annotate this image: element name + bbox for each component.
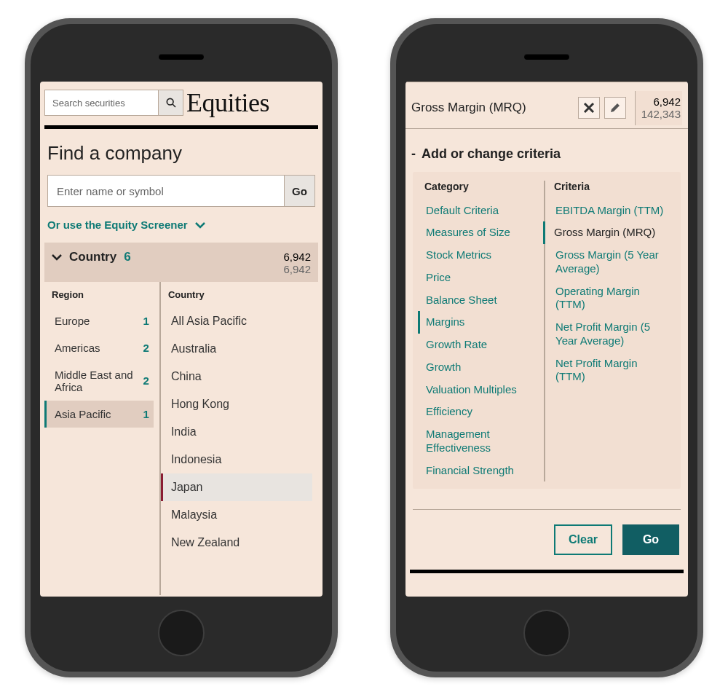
clear-button[interactable]: Clear — [554, 524, 612, 555]
add-change-criteria-header[interactable]: Add or change criteria — [405, 129, 688, 168]
category-item[interactable]: Price — [424, 267, 539, 289]
region-column: Region Europe1Americas2Middle East and A… — [44, 282, 159, 595]
category-item[interactable]: Margins — [418, 311, 539, 334]
footer-buttons: Clear Go — [405, 510, 688, 570]
country-count: 6 — [124, 250, 130, 264]
region-count: 2 — [143, 374, 149, 387]
country-item[interactable]: Malaysia — [167, 501, 312, 529]
screen-left: Search securities Equities Find a compan… — [40, 82, 323, 597]
country-item[interactable]: Australia — [167, 335, 312, 363]
header-rule — [44, 125, 318, 129]
country-item[interactable]: New Zealand — [167, 529, 312, 557]
active-criteria-name: Gross Margin (MRQ) — [411, 101, 526, 115]
footer-rule — [410, 570, 684, 573]
country-heading: Country — [168, 289, 311, 300]
find-company-heading: Find a company — [47, 142, 315, 165]
category-heading: Category — [424, 181, 539, 192]
category-item[interactable]: Growth — [424, 356, 539, 379]
category-item[interactable]: Financial Strength — [424, 460, 539, 482]
region-label: Middle East and Africa — [55, 369, 143, 393]
region-item[interactable]: Europe1 — [50, 307, 154, 334]
country-secondary-value: 6,942 — [283, 263, 311, 275]
country-item[interactable]: All Asia Pacific — [167, 307, 312, 335]
close-icon — [583, 102, 595, 114]
criteria-item[interactable]: Net Profit Margin (TTM) — [554, 353, 669, 389]
criteria-secondary-value: 142,343 — [641, 108, 681, 120]
criteria-primary-value: 6,942 — [641, 95, 681, 108]
region-item[interactable]: Asia Pacific1 — [44, 401, 154, 428]
home-button[interactable] — [158, 610, 205, 656]
country-label: Country — [69, 250, 116, 264]
country-primary-value: 6,942 — [283, 251, 311, 263]
category-item[interactable]: Efficiency — [424, 401, 539, 423]
criteria-item[interactable]: EBITDA Margin (TTM) — [554, 200, 669, 222]
svg-point-0 — [167, 98, 173, 105]
pencil-icon — [609, 102, 621, 114]
criteria-item[interactable]: Gross Margin (MRQ) — [543, 221, 669, 244]
country-section-header[interactable]: Country 6 6,942 6,942 — [44, 243, 318, 282]
search-button[interactable] — [159, 90, 183, 116]
chevron-down-icon — [52, 253, 62, 261]
country-item[interactable]: Japan — [161, 473, 312, 501]
screen-right: Gross Margin (MRQ) — [405, 82, 688, 597]
region-count: 1 — [143, 408, 149, 420]
phone-speaker — [159, 54, 204, 60]
chevron-down-icon — [195, 221, 205, 229]
category-item[interactable]: Management Effectiveness — [424, 423, 539, 460]
phone-inner: Gross Margin (MRQ) — [396, 24, 697, 672]
screener-link-text: Or use the Equity Screener — [47, 219, 188, 231]
page-title: Equities — [186, 87, 269, 118]
name-input-row: Enter name or symbol Go — [47, 175, 315, 207]
region-label: Asia Pacific — [55, 408, 111, 420]
region-item[interactable]: Americas2 — [50, 334, 154, 361]
country-item[interactable]: Indonesia — [167, 446, 312, 473]
category-item[interactable]: Balance Sheet — [424, 289, 539, 312]
country-column: Country All Asia PacificAustraliaChinaHo… — [159, 282, 318, 595]
remove-criteria-button[interactable] — [578, 97, 600, 119]
name-symbol-input[interactable]: Enter name or symbol — [47, 175, 285, 207]
phone-right: Gross Margin (MRQ) — [390, 18, 703, 677]
equity-screener-link[interactable]: Or use the Equity Screener — [47, 219, 315, 231]
country-item[interactable]: China — [167, 363, 312, 390]
criteria-item[interactable]: Operating Margin (TTM) — [554, 280, 669, 317]
category-item[interactable]: Measures of Size — [424, 221, 539, 244]
home-button[interactable] — [523, 610, 570, 656]
go-button[interactable]: Go — [622, 524, 679, 555]
country-item[interactable]: Hong Kong — [167, 390, 312, 418]
search-icon — [165, 97, 177, 109]
criteria-panel: Category Default CriteriaMeasures of Siz… — [413, 172, 681, 489]
criteria-item[interactable]: Gross Margin (5 Year Average) — [554, 244, 669, 280]
topbar: Search securities Equities — [40, 82, 323, 122]
category-item[interactable]: Valuation Multiples — [424, 379, 539, 401]
criteria-column: Criteria EBITDA Margin (TTM)Gross Margin… — [544, 181, 673, 482]
category-item[interactable]: Default Criteria — [424, 200, 539, 222]
phone-left: Search securities Equities Find a compan… — [25, 18, 338, 677]
criteria-heading: Criteria — [554, 181, 669, 192]
search-input[interactable]: Search securities — [44, 90, 159, 116]
region-label: Americas — [55, 342, 100, 354]
svg-line-1 — [173, 104, 175, 107]
region-label: Europe — [55, 315, 90, 327]
phone-inner: Search securities Equities Find a compan… — [31, 24, 332, 672]
criteria-item[interactable]: Net Profit Margin (5 Year Average) — [554, 316, 669, 353]
country-item[interactable]: India — [167, 418, 312, 446]
region-heading: Region — [52, 289, 152, 300]
region-country-panel: Region Europe1Americas2Middle East and A… — [44, 282, 318, 595]
region-item[interactable]: Middle East and Africa2 — [50, 361, 154, 401]
phone-speaker — [524, 54, 569, 60]
region-count: 1 — [143, 315, 149, 327]
edit-criteria-button[interactable] — [604, 97, 626, 119]
active-criteria-row: Gross Margin (MRQ) — [405, 82, 688, 129]
go-button-small[interactable]: Go — [285, 175, 315, 207]
region-count: 2 — [143, 342, 149, 354]
category-item[interactable]: Stock Metrics — [424, 244, 539, 267]
category-column: Category Default CriteriaMeasures of Siz… — [420, 181, 544, 482]
category-item[interactable]: Growth Rate — [424, 334, 539, 356]
